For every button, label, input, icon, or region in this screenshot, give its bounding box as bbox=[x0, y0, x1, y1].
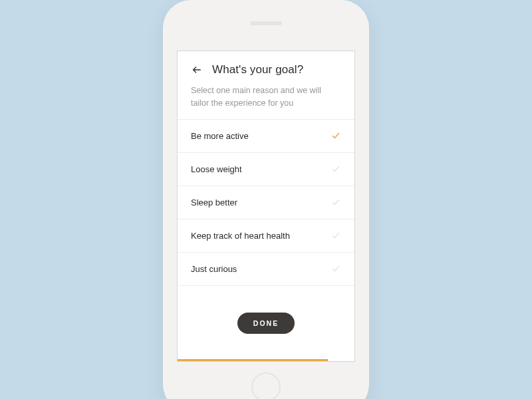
phone-speaker bbox=[250, 21, 282, 25]
check-icon bbox=[331, 230, 341, 241]
option-be-more-active[interactable]: Be more active bbox=[178, 120, 354, 153]
check-icon bbox=[331, 130, 341, 141]
option-label: Just curious bbox=[191, 264, 237, 274]
check-icon bbox=[331, 263, 341, 274]
phone-home-button bbox=[251, 372, 281, 399]
progress-bar bbox=[178, 359, 328, 361]
option-loose-weight[interactable]: Loose weight bbox=[178, 153, 354, 186]
option-just-curious[interactable]: Just curious bbox=[178, 253, 354, 286]
back-arrow-icon[interactable] bbox=[191, 64, 203, 76]
option-label: Keep track of heart health bbox=[191, 231, 290, 241]
page-title: What's your goal? bbox=[212, 63, 303, 76]
done-button[interactable]: DONE bbox=[237, 313, 295, 334]
check-icon bbox=[331, 197, 341, 207]
option-label: Loose weight bbox=[191, 164, 242, 174]
footer: DONE bbox=[178, 286, 354, 362]
app-screen: What's your goal? Select one main reason… bbox=[177, 51, 355, 362]
phone-frame: What's your goal? Select one main reason… bbox=[163, 0, 369, 399]
option-label: Sleep better bbox=[191, 198, 237, 207]
options-list: Be more active Loose weight Sleep better bbox=[178, 119, 354, 286]
header: What's your goal? Select one main reason… bbox=[178, 51, 354, 119]
option-label: Be more active bbox=[191, 131, 249, 141]
check-icon bbox=[331, 164, 341, 174]
title-row: What's your goal? bbox=[191, 63, 341, 76]
page-subtitle: Select one main reason and we will tailo… bbox=[191, 84, 331, 110]
option-heart-health[interactable]: Keep track of heart health bbox=[178, 219, 354, 253]
option-sleep-better[interactable]: Sleep better bbox=[178, 186, 354, 219]
